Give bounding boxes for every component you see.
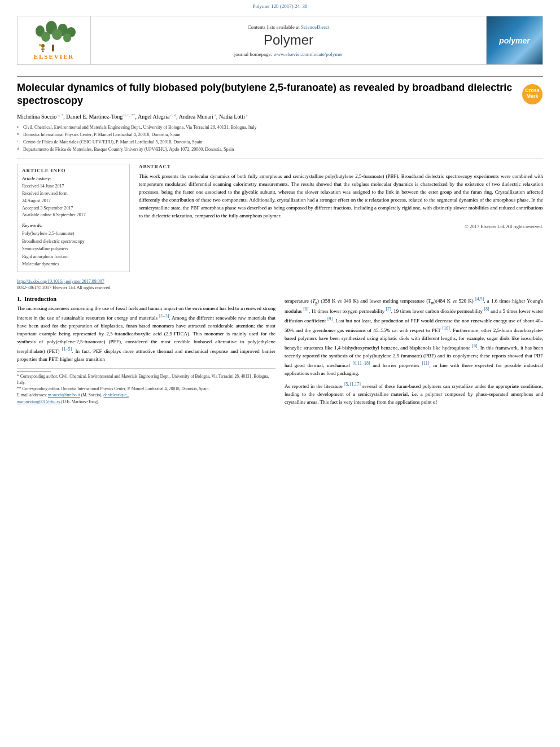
- intro-para1: The increasing awareness concerning the …: [17, 305, 275, 364]
- article-info-title: ARTICLE INFO: [22, 168, 125, 173]
- body-left-col: 1. Introduction The increasing awareness…: [17, 296, 275, 407]
- journal-info-center: Contents lists available at ScienceDirec…: [91, 16, 486, 64]
- svg-text:Cross: Cross: [525, 88, 540, 93]
- svg-point-14: [39, 44, 41, 46]
- citation-text: Polymer 128 (2017) 24–30: [252, 3, 307, 9]
- footnote-2: ** Corresponding author. Donostia Intern…: [17, 386, 275, 392]
- abstract-text: This work presents the molecular dynamic…: [139, 173, 543, 220]
- main-body: 1. Introduction The increasing awareness…: [0, 290, 560, 412]
- affiliation-d: d Departamento de Física de Materiales, …: [17, 146, 543, 153]
- svg-point-6: [52, 29, 62, 40]
- article-history-label: Article history:: [22, 176, 125, 181]
- article-content: Molecular dynamics of fully biobased pol…: [0, 65, 560, 272]
- keywords-section: Keywords: Poly(butylene 2,5-furanoate) B…: [22, 222, 125, 268]
- svg-rect-8: [52, 45, 54, 51]
- footnote-email-2: martineztong001@ehu.es (D.E. Martínez-To…: [17, 399, 275, 405]
- affiliation-c: c Centro de Física de Materiales (CSIC-U…: [17, 139, 543, 146]
- journal-homepage: journal homepage: www.elsevier.com/locat…: [234, 51, 343, 57]
- svg-point-7: [63, 33, 71, 42]
- article-info-column: ARTICLE INFO Article history: Received 1…: [17, 164, 130, 272]
- polymer-cover-image: polymer: [487, 16, 542, 64]
- footnote-area: * Corresponding author. Civil, Chemical,…: [17, 368, 275, 405]
- svg-text:Mark: Mark: [526, 93, 539, 99]
- body-right-col: temperature (Tg) (358 K vs 349 K) and lo…: [285, 296, 543, 407]
- journal-citation: Polymer 128 (2017) 24–30: [0, 0, 560, 11]
- email-link-2b[interactable]: martineztong001@ehu.es: [17, 399, 60, 404]
- section1-heading: 1. Introduction: [17, 296, 275, 302]
- doi-link[interactable]: http://dx.doi.org/10.1016/j.polymer.2017…: [17, 279, 104, 284]
- page: Polymer 128 (2017) 24–30: [0, 0, 560, 747]
- article-title: Molecular dynamics of fully biobased pol…: [17, 81, 516, 108]
- footnote-email: E-mail addresses: m.soccio@unibo.it (M. …: [17, 392, 275, 398]
- abstract-column: ABSTRACT This work presents the molecula…: [139, 164, 543, 272]
- intro-para3: As reported in the literature [5,11,17] …: [285, 381, 543, 407]
- abstract-title: ABSTRACT: [139, 164, 543, 169]
- email-link-1[interactable]: m.soccio@unibo.it: [48, 392, 80, 397]
- email-link-2[interactable]: danielenrique_: [103, 392, 129, 397]
- crossmark-area: Cross Mark: [522, 84, 543, 106]
- footnote-1: * Corresponding author. Civil, Chemical,…: [17, 373, 275, 386]
- copyright-line: © 2017 Elsevier Ltd. All rights reserved…: [139, 224, 543, 229]
- info-abstract-section: ARTICLE INFO Article history: Received 1…: [17, 164, 543, 272]
- doi-section: http://dx.doi.org/10.1016/j.polymer.2017…: [0, 278, 560, 290]
- elsevier-logo-area: ELSEVIER: [18, 16, 91, 64]
- footnote-divider: [17, 371, 51, 372]
- affiliation-b: b Donostia International Physics Center,…: [17, 132, 543, 138]
- svg-point-9: [41, 44, 45, 47]
- elsevier-tree-icon: [32, 21, 77, 52]
- elsevier-logo: ELSEVIER: [32, 21, 77, 60]
- title-area: Molecular dynamics of fully biobased pol…: [17, 81, 543, 112]
- affiliation-a: a Civil, Chemical, Environmental and Mat…: [17, 124, 543, 131]
- elsevier-wordmark: ELSEVIER: [34, 53, 75, 60]
- keywords-label: Keywords:: [22, 222, 125, 228]
- journal-header: ELSEVIER Contents lists available at Sci…: [17, 16, 543, 65]
- svg-point-5: [41, 32, 50, 42]
- issn-line: 0032-3861/© 2017 Elsevier Ltd. All right…: [17, 285, 543, 290]
- journal-title: Polymer: [264, 32, 313, 48]
- sciencedirect-line: Contents lists available at ScienceDirec…: [248, 24, 330, 30]
- authors-line: Michelina Soccio a, *, Daniel E. Martíne…: [17, 112, 543, 121]
- journal-cover: polymer: [486, 16, 542, 64]
- crossmark-icon: Cross Mark: [522, 84, 543, 105]
- affiliations: a Civil, Chemical, Environmental and Mat…: [17, 124, 543, 153]
- intro-para2: temperature (Tg) (358 K vs 349 K) and lo…: [285, 296, 543, 378]
